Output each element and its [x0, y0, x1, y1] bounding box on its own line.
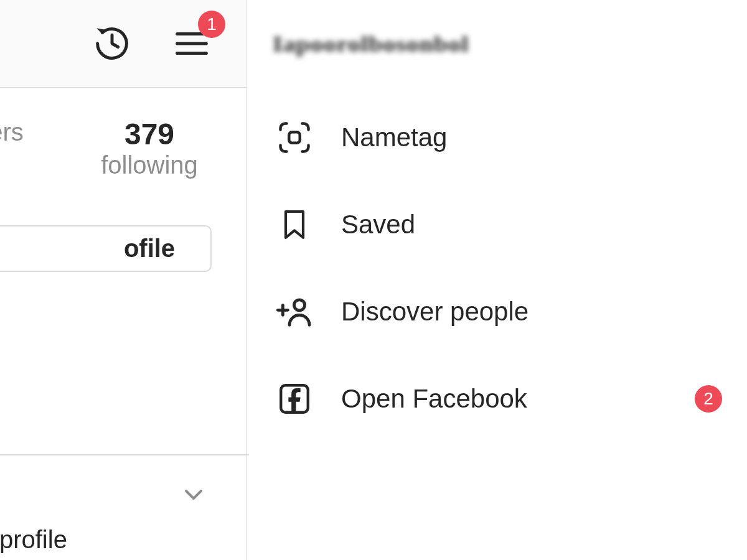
edit-profile-label: ofile: [124, 235, 175, 263]
your-profile-text: your profile: [0, 526, 67, 554]
nametag-icon: [273, 116, 316, 159]
svg-rect-3: [289, 132, 300, 143]
drawer-username: Iapoorolbosonbol: [273, 30, 469, 57]
menu-label: Discover people: [341, 297, 722, 327]
following-label: following: [62, 151, 237, 179]
profile-pane: 1 ers 379 following ofile your profile: [0, 0, 246, 560]
following-stat[interactable]: 379 following: [62, 118, 237, 179]
edit-profile-button[interactable]: ofile: [0, 225, 212, 272]
menu-notification-badge: 1: [198, 11, 225, 38]
following-count: 379: [62, 118, 237, 151]
profile-header: 1: [0, 0, 246, 88]
divider: [0, 454, 249, 455]
menu-item-nametag[interactable]: Nametag: [247, 94, 747, 181]
facebook-notification-badge: 2: [695, 385, 722, 413]
profile-stats: ers 379 following: [0, 118, 237, 179]
menu-item-open-facebook[interactable]: Open Facebook 2: [247, 355, 747, 442]
menu-label: Saved: [341, 210, 722, 240]
menu-item-discover-people[interactable]: Discover people: [247, 268, 747, 355]
chevron-down-icon[interactable]: [172, 479, 215, 510]
followers-stat[interactable]: ers: [0, 118, 50, 179]
side-drawer: Iapoorolbosonbol Nametag: [246, 0, 747, 560]
drawer-header: Iapoorolbosonbol: [247, 0, 747, 88]
bookmark-icon: [273, 203, 316, 246]
menu-label: Nametag: [341, 123, 722, 152]
svg-point-4: [294, 300, 304, 310]
add-person-icon: [273, 290, 316, 334]
menu-label: Open Facebook: [341, 384, 695, 414]
menu-item-saved[interactable]: Saved: [247, 181, 747, 268]
facebook-icon: [273, 377, 316, 421]
drawer-menu-list: Nametag Saved: [247, 88, 747, 442]
followers-label: ers: [0, 118, 50, 146]
activity-history-icon[interactable]: [87, 19, 137, 68]
